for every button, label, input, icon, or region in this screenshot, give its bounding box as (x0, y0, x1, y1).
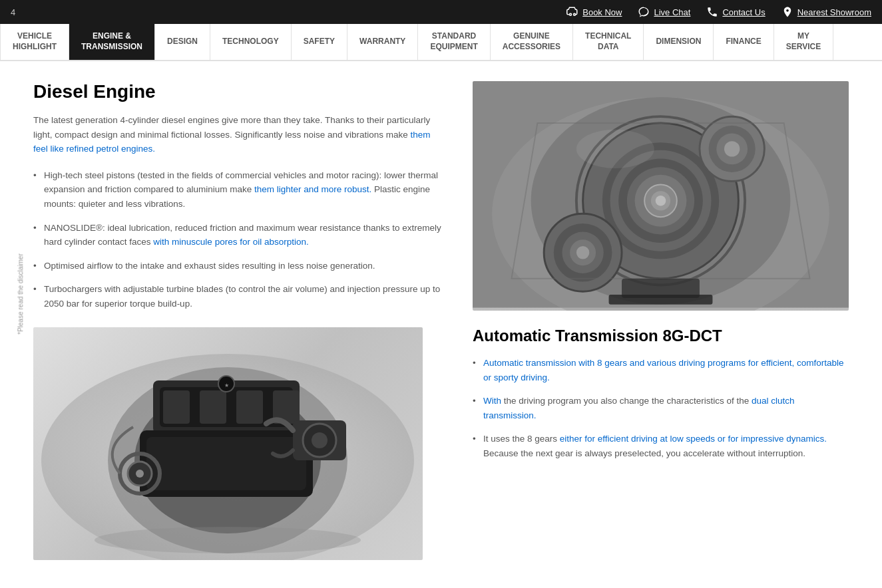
svg-point-34 (656, 196, 666, 206)
main-nav: VEHICLEHIGHLIGHT ENGINE &TRANSMISSION DE… (0, 24, 882, 61)
book-now-link[interactable]: Book Now (566, 6, 622, 18)
svg-text:★: ★ (224, 382, 229, 388)
bullet-2: NANOSLIDE®: ideal lubrication, reduced f… (33, 221, 446, 249)
live-chat-link[interactable]: Live Chat (638, 6, 690, 18)
transmission-illustration (473, 81, 849, 311)
svg-point-43 (724, 141, 740, 156)
nav-genuine-accessories[interactable]: GENUINEACCESSORIES (491, 24, 573, 60)
svg-point-18 (312, 432, 328, 448)
diesel-engine-title: Diesel Engine (33, 81, 446, 102)
disclaimer-text: *Please read the disclaimer (17, 253, 24, 335)
nav-warranty[interactable]: WARRANTY (347, 24, 418, 60)
trans-bullet-3: It uses the 8 gears either for efficient… (473, 432, 849, 460)
diesel-intro: The latest generation 4-cylinder diesel … (33, 113, 446, 156)
transmission-image (473, 81, 849, 311)
diesel-engine-image: ★ (33, 327, 423, 560)
location-icon (781, 6, 793, 18)
right-column: Automatic Transmission 8G-DCT Automatic … (473, 81, 849, 560)
nav-dimension[interactable]: DIMENSION (644, 24, 714, 60)
left-column: Diesel Engine The latest generation 4-cy… (33, 81, 446, 560)
top-bar: 4 Book Now Live Chat (0, 0, 882, 24)
svg-point-21 (95, 527, 361, 553)
svg-point-46 (576, 130, 654, 168)
svg-rect-12 (146, 437, 306, 490)
svg-rect-7 (163, 390, 190, 424)
nav-engine-transmission[interactable]: ENGINE &TRANSMISSION (69, 24, 155, 60)
bullet-4: Turbochargers with adjustable turbine bl… (33, 282, 446, 311)
nav-design[interactable]: DESIGN (155, 24, 210, 60)
nav-my-service[interactable]: MYSERVICE (774, 24, 833, 60)
main-content: Diesel Engine The latest generation 4-cy… (0, 61, 882, 580)
bullet-3: Optimised airflow to the intake and exha… (33, 259, 446, 273)
transmission-bullets: Automatic transmission with 8 gears and … (473, 356, 849, 461)
nav-safety[interactable]: SAFETY (292, 24, 347, 60)
nav-technical-data[interactable]: TECHNICALDATA (573, 24, 644, 60)
nav-vehicle-highlight[interactable]: VEHICLEHIGHLIGHT (0, 24, 69, 60)
chat-icon (638, 6, 650, 18)
svg-point-0 (570, 13, 572, 15)
car-icon (566, 6, 578, 18)
svg-rect-9 (236, 390, 263, 424)
nav-technology[interactable]: TECHNOLOGY (210, 24, 292, 60)
bullet-1: High-tech steel pistons (tested in the f… (33, 168, 446, 212)
svg-rect-45 (609, 295, 713, 305)
nav-finance[interactable]: FINANCE (714, 24, 773, 60)
nav-standard-equipment[interactable]: STANDARDEQUIPMENT (418, 24, 490, 60)
svg-point-15 (136, 470, 144, 478)
svg-rect-8 (200, 390, 226, 424)
transmission-title: Automatic Transmission 8G-DCT (473, 327, 849, 345)
svg-point-39 (576, 246, 589, 259)
contact-us-link[interactable]: Contact Us (706, 6, 765, 18)
trans-bullet-2: With the driving program you also change… (473, 394, 849, 422)
page-number: 4 (11, 7, 15, 17)
top-bar-links: Book Now Live Chat Contact Us (566, 6, 871, 18)
trans-bullet-1: Automatic transmission with 8 gears and … (473, 356, 849, 384)
phone-icon (706, 6, 718, 18)
svg-point-1 (574, 13, 576, 15)
nearest-showroom-link[interactable]: Nearest Showroom (781, 6, 871, 18)
diesel-bullets: High-tech steel pistons (tested in the f… (33, 168, 446, 311)
engine-illustration: ★ (33, 327, 423, 560)
